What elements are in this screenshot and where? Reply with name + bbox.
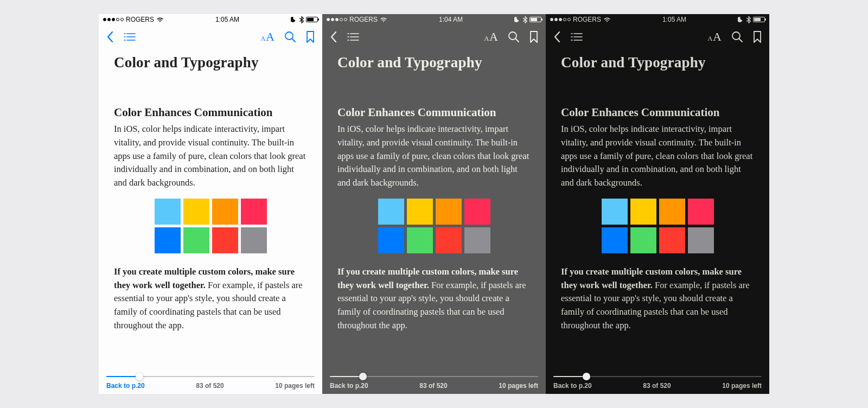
page-scrubber[interactable] xyxy=(553,372,762,381)
appearance-button[interactable]: AA xyxy=(260,30,275,44)
appearance-button[interactable]: AA xyxy=(484,30,498,44)
color-swatch-2 xyxy=(212,199,238,225)
page-content[interactable]: Color and TypographyColor Enhances Commu… xyxy=(322,49,546,372)
color-swatch-7 xyxy=(241,227,267,253)
page-counter: 83 of 520 xyxy=(196,382,224,390)
section-title: Color Enhances Communication xyxy=(337,106,531,119)
status-bar: ROGERS1:05 AM xyxy=(99,14,322,25)
chapter-title: Color and Typography xyxy=(561,54,754,71)
phone-screen-1: ROGERS1:04 AMAAColor and TypographyColor… xyxy=(322,14,546,394)
signal-strength-icon xyxy=(327,18,347,21)
color-swatch-5 xyxy=(183,227,209,253)
carrier-label: ROGERS xyxy=(349,16,378,23)
color-swatch-0 xyxy=(155,199,181,225)
back-to-page-link[interactable]: Back to p.20 xyxy=(330,382,368,390)
bluetooth-icon xyxy=(746,16,751,23)
search-button[interactable] xyxy=(508,31,520,43)
do-not-disturb-icon xyxy=(514,16,521,23)
status-time: 1:05 AM xyxy=(662,16,686,23)
bookmark-button[interactable] xyxy=(306,31,315,43)
pages-left-label: 10 pages left xyxy=(722,382,762,390)
table-of-contents-button[interactable] xyxy=(124,32,136,42)
pages-left-label: 10 pages left xyxy=(275,382,315,390)
phone-screen-0: ROGERS1:05 AMAAColor and TypographyColor… xyxy=(99,14,322,394)
color-swatch-grid xyxy=(561,199,754,253)
paragraph-1: In iOS, color helps indicate interactivi… xyxy=(114,123,307,190)
carrier-label: ROGERS xyxy=(573,16,601,23)
signal-strength-icon xyxy=(103,18,124,21)
paragraph-2: If you create multiple custom colors, ma… xyxy=(561,265,754,333)
color-swatch-7 xyxy=(688,227,714,253)
carrier-label: ROGERS xyxy=(126,16,154,23)
color-swatch-4 xyxy=(155,227,181,253)
color-swatch-1 xyxy=(183,199,209,225)
color-swatch-2 xyxy=(436,199,462,225)
bookmark-button[interactable] xyxy=(529,31,538,43)
chapter-title: Color and Typography xyxy=(114,54,307,71)
search-button[interactable] xyxy=(731,31,743,43)
paragraph-2: If you create multiple custom colors, ma… xyxy=(337,265,531,333)
page-counter: 83 of 520 xyxy=(643,382,671,390)
paragraph-1: In iOS, color helps indicate interactivi… xyxy=(337,123,531,190)
paragraph-2: If you create multiple custom colors, ma… xyxy=(114,265,307,333)
back-button[interactable] xyxy=(106,31,114,43)
battery-icon xyxy=(306,17,318,22)
signal-strength-icon xyxy=(550,18,571,21)
svg-line-7 xyxy=(292,39,296,42)
status-time: 1:05 AM xyxy=(215,16,239,23)
back-to-page-link[interactable]: Back to p.20 xyxy=(106,382,145,390)
page-scrubber[interactable] xyxy=(330,372,538,381)
svg-line-15 xyxy=(516,39,519,42)
color-swatch-2 xyxy=(659,199,685,225)
do-not-disturb-icon xyxy=(738,16,744,23)
status-bar: ROGERS1:05 AM xyxy=(546,14,769,25)
color-swatch-3 xyxy=(688,199,714,225)
color-swatch-7 xyxy=(464,227,490,253)
reader-toolbar: AA xyxy=(99,25,322,49)
color-swatch-6 xyxy=(212,227,238,253)
color-swatch-5 xyxy=(407,227,433,253)
phone-screen-2: ROGERS1:05 AMAAColor and TypographyColor… xyxy=(546,14,769,394)
bluetooth-icon xyxy=(299,16,304,23)
do-not-disturb-icon xyxy=(291,16,297,23)
color-swatch-4 xyxy=(378,227,404,253)
page-counter: 83 of 520 xyxy=(419,382,447,390)
status-time: 1:04 AM xyxy=(439,16,463,23)
section-title: Color Enhances Communication xyxy=(114,106,307,119)
back-to-page-link[interactable]: Back to p.20 xyxy=(553,382,592,390)
reader-toolbar: AA xyxy=(546,25,769,49)
bookmark-button[interactable] xyxy=(753,31,762,43)
bluetooth-icon xyxy=(523,16,527,23)
back-button[interactable] xyxy=(553,31,561,43)
page-content[interactable]: Color and TypographyColor Enhances Commu… xyxy=(546,49,769,372)
color-swatch-6 xyxy=(659,227,685,253)
page-scrubber[interactable] xyxy=(106,372,315,381)
table-of-contents-button[interactable] xyxy=(347,32,359,42)
color-swatch-0 xyxy=(378,199,404,225)
wifi-icon xyxy=(603,17,611,22)
paragraph-1: In iOS, color helps indicate interactivi… xyxy=(561,123,754,190)
back-button[interactable] xyxy=(330,31,337,43)
section-title: Color Enhances Communication xyxy=(561,106,754,119)
color-swatch-1 xyxy=(630,199,656,225)
pages-left-label: 10 pages left xyxy=(499,382,538,390)
color-swatch-grid xyxy=(337,199,531,253)
search-button[interactable] xyxy=(284,31,296,43)
page-content[interactable]: Color and TypographyColor Enhances Commu… xyxy=(99,49,322,372)
chapter-title: Color and Typography xyxy=(337,54,531,71)
svg-line-23 xyxy=(739,39,743,42)
battery-icon xyxy=(529,17,541,22)
table-of-contents-button[interactable] xyxy=(571,32,583,42)
wifi-icon xyxy=(156,17,164,22)
battery-icon xyxy=(753,17,765,22)
color-swatch-0 xyxy=(602,199,628,225)
color-swatch-3 xyxy=(464,199,490,225)
wifi-icon xyxy=(380,17,387,22)
color-swatch-3 xyxy=(241,199,267,225)
color-swatch-5 xyxy=(630,227,656,253)
color-swatch-1 xyxy=(407,199,433,225)
color-swatch-6 xyxy=(436,227,462,253)
appearance-button[interactable]: AA xyxy=(707,30,722,44)
reader-toolbar: AA xyxy=(322,25,546,49)
color-swatch-4 xyxy=(602,227,628,253)
